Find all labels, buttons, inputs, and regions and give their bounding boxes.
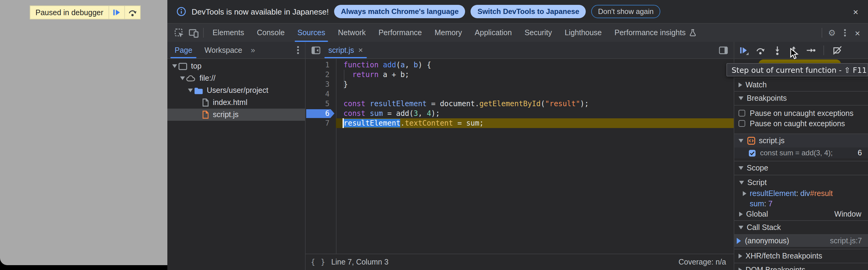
- code-text: resultElement.textContent = sum;: [336, 118, 734, 128]
- section-call-stack[interactable]: Call Stack: [734, 220, 868, 235]
- code-line-6[interactable]: 6const sum = add(3, 4);: [305, 109, 734, 118]
- line-number-6[interactable]: 6: [305, 109, 336, 118]
- tab-sources[interactable]: Sources: [291, 24, 332, 42]
- code-line-7[interactable]: 7resultElement.textContent = sum;: [305, 118, 734, 128]
- code-line-3[interactable]: 3}: [305, 80, 734, 89]
- line-number-3[interactable]: 3: [305, 80, 336, 89]
- section-xhr-breakpoints[interactable]: XHR/fetch Breakpoints: [734, 249, 868, 263]
- tree-item-script-js[interactable]: script.js: [167, 109, 305, 121]
- chevron-right-icon: [738, 253, 742, 259]
- line-number-2[interactable]: 2: [305, 70, 336, 80]
- pause-on-caught-row[interactable]: Pause on caught exceptions: [734, 118, 868, 129]
- divider: [824, 45, 824, 55]
- more-options-kebab-icon[interactable]: [839, 29, 850, 36]
- deactivate-breakpoints-icon[interactable]: [831, 44, 843, 56]
- breakpoint-entry[interactable]: const sum = add(3, 4); 6: [734, 147, 868, 158]
- tab-application[interactable]: Application: [468, 24, 518, 42]
- tab-elements[interactable]: Elements: [206, 24, 250, 42]
- resume-script-button[interactable]: [110, 6, 125, 19]
- section-breakpoints[interactable]: Breakpoints: [734, 91, 868, 106]
- folder-icon: [194, 86, 203, 94]
- code-token: sum: [370, 109, 383, 118]
- code-token: [379, 61, 383, 69]
- scope-var-sum[interactable]: sum: 7: [734, 199, 868, 209]
- tab-security[interactable]: Security: [518, 24, 558, 42]
- dont-show-again-button[interactable]: Don't show again: [591, 5, 660, 18]
- breakpoint-checkbox-checked[interactable]: [748, 150, 755, 156]
- frame-name: (anonymous): [745, 237, 789, 245]
- mouse-cursor-icon: [790, 48, 799, 60]
- tab-performance-insights[interactable]: Performance insights: [608, 24, 703, 42]
- line-number-4[interactable]: 4: [305, 89, 336, 99]
- editor-tab-label: script.js: [328, 46, 354, 54]
- code-line-1[interactable]: 1function add(a, b) {: [305, 60, 734, 70]
- inspect-icon[interactable]: [172, 26, 186, 39]
- breakpoint-file-group[interactable]: script.js: [734, 133, 868, 147]
- code-token: [365, 99, 370, 108]
- call-stack-frame[interactable]: (anonymous) script.js:7: [734, 235, 868, 247]
- divider: [821, 28, 822, 38]
- code-line-5[interactable]: 5const resultElement = document.getEleme…: [305, 99, 734, 109]
- chevron-down-icon[interactable]: [179, 77, 186, 80]
- tab-label: Sources: [298, 29, 325, 37]
- scope-script-group[interactable]: Script: [734, 177, 868, 188]
- step-over-icon[interactable]: [754, 44, 767, 56]
- step-icon[interactable]: [804, 44, 816, 56]
- toggle-debugger-sidebar-icon[interactable]: [716, 42, 731, 58]
- notification-bar: DevTools is now available in Japanese! A…: [167, 0, 868, 24]
- scope-var-resultelement[interactable]: resultElement: div#result: [734, 188, 868, 199]
- tree-item-label: top: [191, 62, 202, 70]
- chevron-down-icon[interactable]: [187, 89, 194, 92]
- device-toolbar-icon[interactable]: [186, 26, 201, 39]
- scope-global-group[interactable]: Global Window: [734, 209, 868, 220]
- chevron-down-icon: [738, 226, 743, 229]
- navigator-overflow-chevron[interactable]: »: [248, 46, 257, 55]
- section-scope[interactable]: Scope: [734, 161, 868, 175]
- section-watch[interactable]: Watch: [734, 78, 868, 91]
- tree-item-top[interactable]: top: [167, 60, 305, 72]
- pause-caught-checkbox[interactable]: [738, 120, 745, 127]
- pretty-print-icon[interactable]: { }: [311, 258, 326, 266]
- notification-close-button[interactable]: ×: [850, 6, 861, 17]
- chevron-down-icon[interactable]: [171, 64, 178, 68]
- section-dom-breakpoints[interactable]: DOM Breakpoints: [734, 263, 868, 270]
- toggle-navigator-panel-icon[interactable]: [308, 43, 323, 57]
- pause-on-uncaught-row[interactable]: Pause on uncaught exceptions: [734, 108, 868, 118]
- tree-item-file-[interactable]: file://: [167, 72, 305, 84]
- tab-network[interactable]: Network: [332, 24, 372, 42]
- step-over-banner-button[interactable]: [125, 6, 141, 19]
- code-line-2[interactable]: 2 return a + b;: [305, 70, 734, 80]
- code-editor[interactable]: 1function add(a, b) {2 return a + b;3}45…: [305, 59, 734, 253]
- switch-to-japanese-button[interactable]: Switch DevTools to Japanese: [471, 5, 586, 18]
- tab-performance[interactable]: Performance: [372, 24, 428, 42]
- code-token: const: [343, 109, 365, 118]
- always-match-language-button[interactable]: Always match Chrome's language: [334, 5, 465, 18]
- editor-tab-close-icon[interactable]: ×: [359, 46, 363, 55]
- code-line-4[interactable]: 4: [305, 89, 734, 99]
- line-number-7[interactable]: 7: [305, 118, 336, 128]
- devtools-close-button[interactable]: ×: [850, 28, 864, 38]
- step-into-icon[interactable]: [771, 44, 783, 56]
- settings-gear-icon[interactable]: ⚙: [824, 28, 839, 38]
- tab-console[interactable]: Console: [250, 24, 291, 42]
- line-number-1[interactable]: 1: [305, 60, 336, 70]
- breakpoint-flag-icon[interactable]: [306, 109, 334, 118]
- code-text: }: [336, 80, 734, 89]
- tree-item-users-user-project[interactable]: Users/user/project: [167, 84, 305, 96]
- screenshot-stage: Paused in debugger DevTools is now avail…: [0, 0, 868, 270]
- resume-script-icon[interactable]: [738, 44, 750, 56]
- browser-page: Paused in debugger: [0, 0, 167, 265]
- code-token: [365, 109, 370, 118]
- tab-label: Application: [475, 29, 512, 37]
- tab-lighthouse[interactable]: Lighthouse: [558, 24, 608, 42]
- tab-memory[interactable]: Memory: [428, 24, 468, 42]
- navigator-tab-page[interactable]: Page: [168, 42, 198, 58]
- editor-tab-scriptjs[interactable]: script.js ×: [323, 42, 368, 58]
- cloud-icon: [186, 74, 196, 82]
- pause-uncaught-checkbox[interactable]: [738, 110, 745, 117]
- line-number-5[interactable]: 5: [305, 99, 336, 109]
- navigator-tab-workspace[interactable]: Workspace: [198, 42, 248, 58]
- scope-var-value-id: #result: [810, 189, 833, 198]
- tree-item-index-html[interactable]: index.html: [167, 96, 305, 109]
- navigator-kebab-icon[interactable]: [292, 47, 304, 54]
